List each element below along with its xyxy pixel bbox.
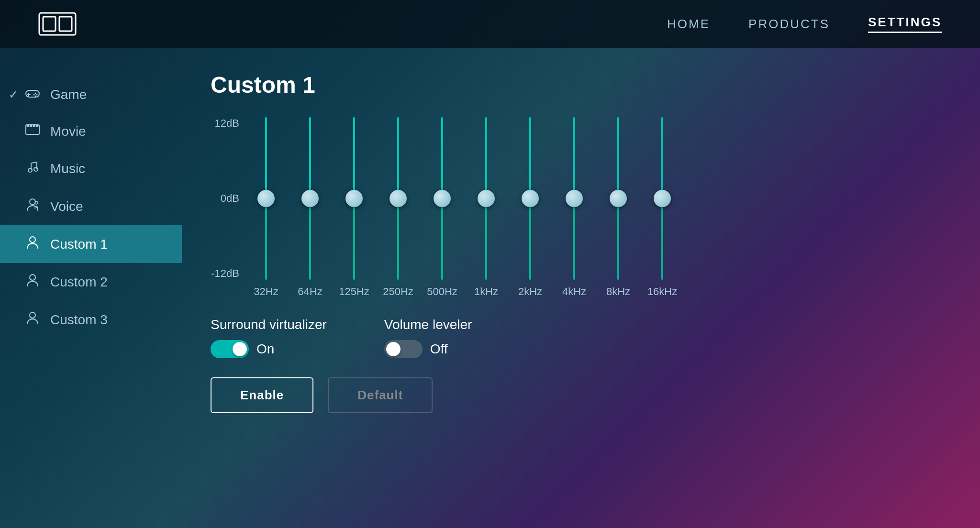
controls-row: Surround virtualizer On Volume leveler — [211, 317, 951, 358]
sidebar-item-custom3[interactable]: Custom 3 — [0, 301, 182, 339]
db-label-0: 0dB — [211, 192, 239, 205]
sidebar-item-voice[interactable]: Voice — [0, 187, 182, 225]
nav-links: HOME PRODUCTS SETTINGS — [667, 15, 942, 33]
svg-rect-14 — [30, 124, 32, 127]
enable-button[interactable]: Enable — [211, 377, 313, 413]
sidebar-label-voice: Voice — [50, 199, 83, 214]
freq-label-8khz: 8kHz — [606, 286, 630, 298]
sidebar-item-custom1[interactable]: Custom 1 — [0, 225, 182, 263]
game-icon — [24, 87, 41, 102]
svg-rect-5 — [27, 94, 31, 95]
freq-label-125hz: 125Hz — [339, 286, 369, 298]
slider-col-4khz: 4kHz — [552, 117, 596, 298]
sidebar-label-game: Game — [50, 87, 87, 102]
db-axis: 12dB 0dB -12dB — [211, 117, 244, 280]
slider-track-250hz[interactable] — [396, 117, 400, 280]
sidebar-label-custom2: Custom 2 — [50, 275, 108, 290]
volume-leveler-state: Off — [430, 341, 448, 357]
freq-label-1khz: 1kHz — [474, 286, 498, 298]
surround-toggle[interactable] — [211, 340, 249, 358]
svg-rect-13 — [36, 124, 38, 127]
slider-track-8khz[interactable] — [616, 117, 620, 280]
default-button[interactable]: Default — [328, 377, 433, 413]
surround-state: On — [256, 341, 274, 357]
custom3-icon — [24, 311, 41, 328]
slider-track-64hz[interactable] — [308, 117, 312, 280]
volume-leveler-toggle[interactable] — [384, 340, 423, 358]
slider-col-64hz: 64Hz — [288, 117, 332, 298]
custom1-icon — [24, 236, 41, 253]
sidebar-label-custom1: Custom 1 — [50, 237, 108, 252]
eq-container: 12dB 0dB -12dB 32Hz — [211, 117, 951, 413]
slider-col-1khz: 1kHz — [464, 117, 508, 298]
surround-toggle-row: On — [211, 340, 327, 358]
check-icon: ✓ — [9, 88, 18, 101]
svg-point-8 — [33, 94, 34, 96]
slider-track-32hz[interactable] — [264, 117, 268, 280]
svg-rect-3 — [26, 90, 39, 97]
svg-point-9 — [34, 96, 36, 97]
volume-leveler-toggle-row: Off — [384, 340, 472, 358]
slider-col-32hz: 32Hz — [244, 117, 288, 298]
slider-track-16khz[interactable] — [660, 117, 664, 280]
surround-label: Surround virtualizer — [211, 317, 327, 332]
sidebar-label-movie: Movie — [50, 124, 86, 139]
slider-track-1khz[interactable] — [484, 117, 488, 280]
svg-rect-1 — [43, 17, 56, 31]
eq-panel: Custom 1 12dB 0dB -12dB — [182, 48, 980, 528]
sidebar-item-custom2[interactable]: Custom 2 — [0, 263, 182, 301]
surround-group: Surround virtualizer On — [211, 317, 327, 358]
sidebar-label-music: Music — [50, 161, 85, 176]
svg-point-17 — [34, 167, 38, 171]
nav-products[interactable]: PRODUCTS — [748, 17, 830, 32]
slider-col-250hz: 250Hz — [376, 117, 420, 298]
svg-rect-2 — [59, 17, 72, 31]
freq-label-16khz: 16kHz — [647, 286, 677, 298]
slider-col-2khz: 2kHz — [508, 117, 552, 298]
slider-col-500hz: 500Hz — [420, 117, 464, 298]
volume-leveler-label: Volume leveler — [384, 317, 472, 332]
sidebar: ✓ Game — [0, 48, 182, 528]
sidebar-label-custom3: Custom 3 — [50, 312, 108, 328]
svg-point-7 — [36, 94, 37, 96]
volume-leveler-group: Volume leveler Off — [384, 317, 472, 358]
custom2-icon — [24, 274, 41, 290]
db-label-neg12: -12dB — [211, 267, 239, 280]
movie-icon — [24, 123, 41, 139]
volume-leveler-knob — [386, 342, 401, 356]
surround-toggle-knob — [233, 342, 247, 356]
freq-label-64hz: 64Hz — [298, 286, 322, 298]
slider-track-125hz[interactable] — [352, 117, 356, 280]
sliders-row: 32Hz 64Hz — [244, 117, 684, 298]
main-content: ✓ Game — [0, 48, 980, 528]
slider-track-2khz[interactable] — [528, 117, 532, 280]
svg-rect-15 — [33, 124, 35, 127]
svg-rect-12 — [27, 124, 29, 127]
panel-title: Custom 1 — [211, 72, 951, 98]
sidebar-item-music[interactable]: Music — [0, 150, 182, 187]
svg-point-20 — [30, 237, 35, 242]
freq-label-500hz: 500Hz — [427, 286, 457, 298]
buttons-row: Enable Default — [211, 377, 951, 413]
slider-track-500hz[interactable] — [440, 117, 444, 280]
svg-point-22 — [30, 312, 35, 318]
freq-label-4khz: 4kHz — [562, 286, 586, 298]
nav-home[interactable]: HOME — [667, 17, 710, 32]
sidebar-item-movie[interactable]: Movie — [0, 113, 182, 150]
slider-track-4khz[interactable] — [572, 117, 576, 280]
voice-icon — [24, 198, 41, 215]
slider-col-125hz: 125Hz — [332, 117, 376, 298]
svg-point-16 — [28, 168, 32, 172]
freq-label-32hz: 32Hz — [254, 286, 278, 298]
svg-point-6 — [34, 93, 36, 94]
top-navigation: HOME PRODUCTS SETTINGS — [0, 0, 980, 48]
music-icon — [24, 160, 41, 177]
eq-area: 12dB 0dB -12dB 32Hz — [211, 117, 951, 298]
slider-col-8khz: 8kHz — [596, 117, 640, 298]
freq-label-2khz: 2kHz — [518, 286, 542, 298]
nav-settings[interactable]: SETTINGS — [868, 15, 942, 33]
svg-point-18 — [30, 199, 35, 205]
sidebar-item-game[interactable]: ✓ Game — [0, 77, 182, 113]
logo — [38, 12, 77, 36]
db-label-12: 12dB — [211, 117, 239, 130]
